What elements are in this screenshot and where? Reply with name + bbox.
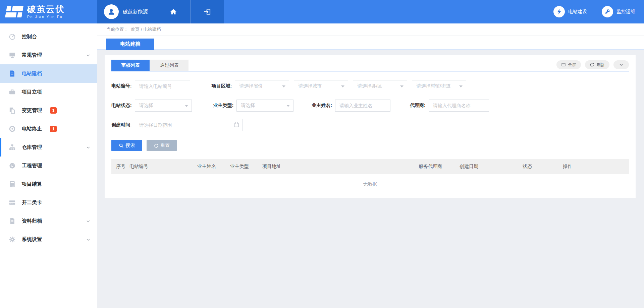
breadcrumb-separator: / xyxy=(141,27,142,32)
chevron-down-icon xyxy=(86,145,91,150)
app-logo: 破茧云伏 Po Jian Yun Fu xyxy=(0,0,97,23)
col-station-no: 电站编号 xyxy=(129,164,197,170)
county-select[interactable]: 请选择县/区 xyxy=(353,80,407,92)
search-button[interactable]: 搜索 xyxy=(111,140,142,151)
user-avatar[interactable] xyxy=(104,4,119,19)
village-select[interactable]: 请选择村镇/街道 xyxy=(412,80,466,92)
form-actions: 搜索 重置 xyxy=(111,140,629,151)
module-station-construction[interactable]: 电站建设 xyxy=(553,6,587,17)
results-table: 序号 电站编号 业主姓名 业主类型 项目地址 服务代理商 创建日期 状态 操作 … xyxy=(111,159,629,195)
gauge-icon xyxy=(8,33,16,41)
owner-name-input[interactable] xyxy=(335,100,390,112)
tab-passed-list[interactable]: 通过列表 xyxy=(150,60,189,71)
table-header: 序号 电站编号 业主姓名 业主类型 项目地址 服务代理商 创建日期 状态 操作 xyxy=(111,159,629,174)
fullscreen-icon xyxy=(561,62,566,67)
caret-down-icon xyxy=(282,85,285,87)
copy-files-icon xyxy=(8,107,16,114)
caret-down-icon xyxy=(400,85,404,87)
sitemap-icon xyxy=(8,143,16,151)
sidebar-item-change-mgmt[interactable]: 变更管理 1 xyxy=(0,101,97,120)
gear-icon xyxy=(8,236,16,243)
company-name: 破茧新能源 xyxy=(123,9,148,15)
caret-down-icon xyxy=(459,85,463,87)
col-owner-name: 业主姓名 xyxy=(197,164,230,170)
col-owner-type: 业主类型 xyxy=(230,164,262,170)
home-icon xyxy=(169,8,177,16)
document-icon xyxy=(8,70,16,77)
station-no-input[interactable] xyxy=(135,80,190,92)
chevron-down-icon xyxy=(619,62,624,67)
logo-icon xyxy=(5,6,23,17)
top-bar: 破茧云伏 Po Jian Yun Fu 破茧新能源 xyxy=(0,0,644,23)
caret-down-icon xyxy=(185,105,188,107)
module-label: 电站建设 xyxy=(568,9,587,15)
main-area: 当前位置： 首页 / 电站建档 电站建档 审核列表 通过列表 全屏 刷新 xyxy=(97,23,644,308)
sidebar-item-console[interactable]: 控制台 xyxy=(0,27,97,46)
sidebar: 控制台 常规管理 电站建档 项目立项 变更管理 1 电站终止 1 xyxy=(0,23,97,308)
sidebar-item-engineering-mgmt[interactable]: 工程管理 xyxy=(0,157,97,175)
col-actions: 操作 xyxy=(563,164,629,170)
field-label-owner-type: 业主类型: xyxy=(213,103,234,109)
logout-button[interactable] xyxy=(190,0,224,23)
field-label-created-time: 创建时间: xyxy=(111,122,132,128)
home-button[interactable] xyxy=(156,0,190,23)
col-created-date: 创建日期 xyxy=(460,164,523,170)
briefcase-icon xyxy=(8,88,16,96)
province-select[interactable]: 请选择省份 xyxy=(235,80,289,92)
chevron-down-icon xyxy=(86,219,91,224)
page-tab-station-filing[interactable]: 电站建档 xyxy=(106,39,154,50)
sidebar-item-station-filing[interactable]: 电站建档 xyxy=(0,64,97,83)
panel-tabs: 审核列表 通过列表 全屏 刷新 xyxy=(111,55,629,71)
caret-down-icon xyxy=(341,85,344,87)
sidebar-item-document-archive[interactable]: 资料归档 xyxy=(0,212,97,230)
breadcrumb-prefix: 当前位置： xyxy=(106,26,128,33)
field-label-station-status: 电站状态: xyxy=(111,103,132,109)
caret-down-icon xyxy=(286,105,290,107)
city-select[interactable]: 请选择城市 xyxy=(294,80,348,92)
agent-input[interactable] xyxy=(429,100,489,112)
date-range-input[interactable] xyxy=(135,119,243,131)
person-icon xyxy=(107,7,116,16)
tab-review-list[interactable]: 审核列表 xyxy=(111,60,150,71)
sidebar-item-open-type2-card[interactable]: 开二类卡 xyxy=(0,193,97,212)
field-label-region: 项目区域: xyxy=(212,83,232,89)
chevron-down-icon xyxy=(86,237,91,242)
col-project-address: 项目地址 xyxy=(262,164,419,170)
refresh-icon xyxy=(590,62,594,67)
app-title: 破茧云伏 xyxy=(27,5,65,13)
sidebar-item-project-settlement[interactable]: 项目结算 xyxy=(0,175,97,193)
calculator-icon xyxy=(8,180,16,188)
content-card: 审核列表 通过列表 全屏 刷新 电站编号: xyxy=(105,55,636,198)
col-index: 序号 xyxy=(116,164,129,170)
fullscreen-button[interactable]: 全屏 xyxy=(556,60,581,69)
target-icon xyxy=(8,125,16,133)
wrench-icon xyxy=(604,8,611,15)
breadcrumb-current: 电站建档 xyxy=(144,26,161,33)
filter-form: 电站编号: 项目区域: 请选择省份 请选择城市 请选择县/区 请选择村镇/街道 … xyxy=(111,80,629,131)
station-status-select[interactable]: 请选择 xyxy=(135,100,192,112)
calendar-icon xyxy=(233,122,239,128)
card-icon xyxy=(8,199,16,206)
breadcrumb: 当前位置： 首页 / 电站建档 xyxy=(97,23,644,36)
badge-count: 1 xyxy=(50,107,57,114)
col-status: 状态 xyxy=(523,164,563,170)
owner-type-select[interactable]: 请选择 xyxy=(236,100,293,112)
reset-icon xyxy=(154,143,159,148)
module-monitoring-ops[interactable]: 监控运维 xyxy=(602,6,635,17)
badge-count: 1 xyxy=(50,126,57,132)
sidebar-item-general-mgmt[interactable]: 常规管理 xyxy=(0,46,97,64)
collapse-toggle[interactable] xyxy=(613,60,629,69)
sidebar-item-warehouse-mgmt[interactable]: 仓库管理 xyxy=(0,138,97,157)
sidebar-item-system-settings[interactable]: 系统设置 xyxy=(0,230,97,249)
field-label-owner-name: 业主姓名: xyxy=(312,103,332,109)
page-tab-strip: 电站建档 xyxy=(97,36,644,50)
login-arrow-icon xyxy=(203,8,211,16)
user-menu[interactable]: 破茧新能源 xyxy=(97,0,156,23)
sidebar-item-project-initiation[interactable]: 项目立项 xyxy=(0,83,97,101)
sidebar-item-station-termination[interactable]: 电站终止 1 xyxy=(0,120,97,138)
breadcrumb-home[interactable]: 首页 xyxy=(131,26,140,33)
reset-button[interactable]: 重置 xyxy=(147,140,177,151)
monitor-icon xyxy=(8,51,16,59)
refresh-button[interactable]: 刷新 xyxy=(585,60,609,69)
field-label-station-no: 电站编号: xyxy=(111,83,132,89)
